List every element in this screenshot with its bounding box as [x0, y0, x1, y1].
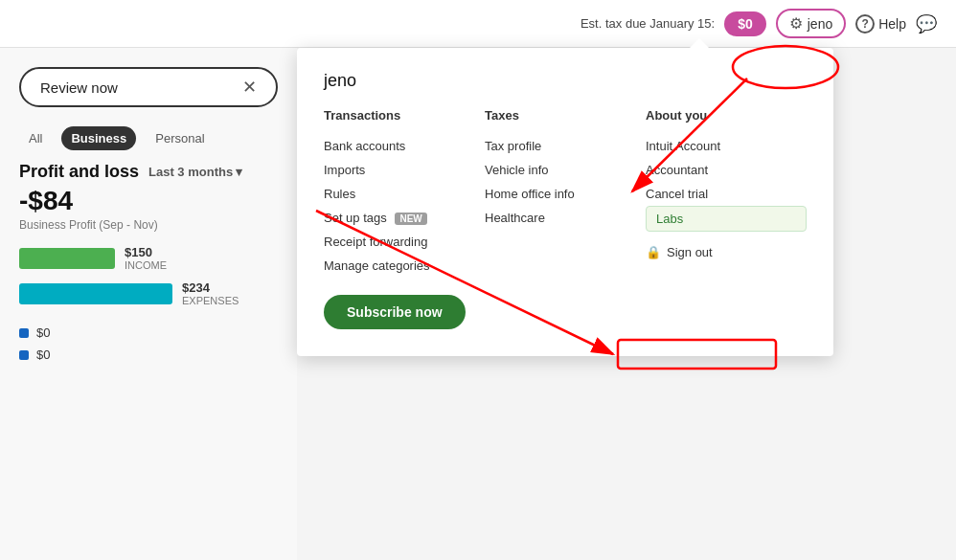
menu-accountant[interactable]: Accountant: [646, 158, 807, 182]
messages-button[interactable]: 💬: [916, 13, 937, 34]
dropdown-username: jeno: [324, 71, 807, 91]
taxes-column: Taxes Tax profile Vehicle info Home offi…: [485, 108, 646, 329]
main-content: Review now ✕ All Business Personal Profi…: [0, 48, 956, 560]
date-range: Last 3 months ▾: [148, 165, 242, 179]
menu-tax-profile[interactable]: Tax profile: [485, 134, 646, 158]
menu-manage-categories[interactable]: Manage categories: [324, 254, 485, 278]
income-bar-row: $150 INCOME: [19, 245, 278, 271]
sign-out-row[interactable]: 🔒 Sign out: [646, 245, 807, 259]
menu-imports[interactable]: Imports: [324, 158, 485, 182]
income-info: $150 INCOME: [125, 245, 167, 271]
section-title: Profit and loss Last 3 months ▾: [19, 162, 278, 182]
username-label: jeno: [808, 16, 832, 32]
chevron-down-icon: ▾: [236, 165, 242, 179]
profit-amount: -$84: [19, 186, 278, 216]
bottom-amount-2: $0: [36, 347, 50, 362]
close-review-button[interactable]: ✕: [242, 78, 257, 96]
period-label: Business Profit (Sep - Nov): [19, 218, 278, 232]
menu-labs[interactable]: Labs: [646, 206, 807, 232]
menu-receipt-forwarding[interactable]: Receipt forwarding: [324, 230, 485, 254]
menu-set-up-tags[interactable]: Set up tags NEW: [324, 206, 485, 230]
dot-icon-1: [19, 328, 29, 338]
new-badge: NEW: [395, 213, 426, 225]
bottom-item-1: $0: [19, 325, 278, 340]
expenses-bar-row: $234 EXPENSES: [19, 280, 278, 306]
tab-business[interactable]: Business: [61, 126, 136, 150]
menu-healthcare[interactable]: Healthcare: [485, 206, 646, 230]
income-bar: [19, 248, 115, 269]
menu-intuit-account[interactable]: Intuit Account: [646, 134, 807, 158]
est-tax-label: Est. tax due January 15:: [580, 16, 715, 31]
sign-out-label: Sign out: [667, 245, 713, 259]
bottom-amount-1: $0: [36, 325, 50, 340]
expenses-amount: $234: [182, 280, 239, 295]
tab-personal[interactable]: Personal: [146, 126, 214, 150]
income-label: INCOME: [125, 259, 167, 271]
transactions-column: Transactions Bank accounts Imports Rules…: [324, 108, 485, 329]
expenses-info: $234 EXPENSES: [182, 280, 239, 306]
transactions-header: Transactions: [324, 108, 485, 123]
tabs-row: All Business Personal: [19, 126, 278, 150]
bottom-item-2: $0: [19, 347, 278, 362]
about-you-header: About you: [646, 108, 807, 123]
menu-cancel-trial[interactable]: Cancel trial: [646, 182, 807, 206]
user-settings-button[interactable]: ⚙ jeno: [776, 9, 846, 38]
expenses-label: EXPENSES: [182, 295, 239, 306]
dropdown-panel: jeno Transactions Bank accounts Imports …: [297, 48, 833, 356]
help-button[interactable]: ? Help: [855, 14, 906, 34]
gear-icon: ⚙: [789, 14, 803, 33]
taxes-header: Taxes: [485, 108, 646, 123]
menu-rules[interactable]: Rules: [324, 182, 485, 206]
menu-vehicle-info[interactable]: Vehicle info: [485, 158, 646, 182]
top-bar-right: Est. tax due January 15: $0 ⚙ jeno ? Hel…: [580, 9, 937, 38]
left-panel: Review now ✕ All Business Personal Profi…: [0, 48, 297, 560]
help-label: Help: [878, 16, 906, 32]
dropdown-columns: Transactions Bank accounts Imports Rules…: [324, 108, 807, 329]
dot-icon-2: [19, 350, 29, 360]
subscribe-now-button[interactable]: Subscribe now: [324, 295, 466, 329]
top-bar: Est. tax due January 15: $0 ⚙ jeno ? Hel…: [0, 0, 956, 48]
about-you-column: About you Intuit Account Accountant Canc…: [646, 108, 807, 329]
review-now-label: Review now: [40, 79, 118, 96]
expenses-bar: [19, 283, 172, 304]
help-circle-icon: ?: [855, 14, 875, 34]
menu-home-office-info[interactable]: Home office info: [485, 182, 646, 206]
income-amount: $150: [125, 245, 167, 259]
bottom-items: $0 $0: [19, 325, 278, 362]
menu-bank-accounts[interactable]: Bank accounts: [324, 134, 485, 158]
tab-all[interactable]: All: [19, 126, 52, 150]
profit-loss-label: Profit and loss: [19, 162, 139, 182]
lock-icon: 🔒: [646, 245, 661, 259]
review-banner: Review now ✕: [19, 67, 278, 107]
tax-amount-button[interactable]: $0: [724, 11, 766, 36]
